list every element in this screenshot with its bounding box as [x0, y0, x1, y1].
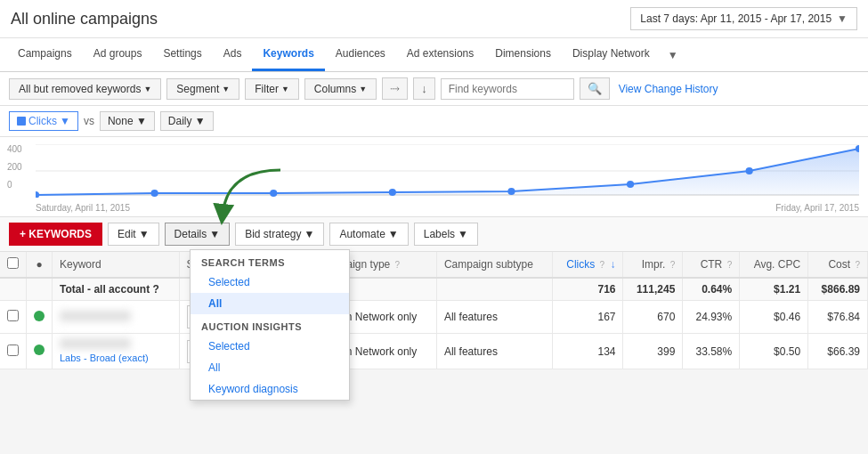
- keyword-search-input[interactable]: [441, 78, 574, 100]
- row2-campaign-link[interactable]: Labs - Broad (exact): [60, 353, 149, 363]
- total-dot-cell: [27, 278, 53, 301]
- total-label: Total - all account: [60, 283, 150, 296]
- keywords-table-container: ● Keyword Status ? Max. CPC Campaign typ…: [0, 252, 868, 369]
- auction-insights-section-title: AUCTION INSIGHTS: [191, 314, 349, 336]
- filter-keywords-button[interactable]: All but removed keywords ▼: [9, 78, 161, 100]
- automate-button[interactable]: Automate ▼: [329, 223, 408, 246]
- filter-button[interactable]: Filter ▼: [245, 78, 299, 100]
- row2-status-dot-cell: [27, 334, 53, 369]
- status-dot-header: ●: [27, 252, 53, 278]
- tab-ads[interactable]: Ads: [213, 38, 253, 71]
- chart-controls: Clicks ▼ vs None ▼ Daily ▼: [0, 106, 868, 137]
- page-title: All online campaigns: [11, 10, 158, 28]
- performance-chart: [36, 144, 859, 198]
- total-help-icon[interactable]: ?: [152, 283, 158, 296]
- campaign-subtype-column-header: Campaign subtype: [436, 252, 552, 278]
- row1-status-dot-cell: [27, 301, 53, 334]
- tab-keywords[interactable]: Keywords: [252, 38, 324, 71]
- row1-campaign-subtype-cell: All features: [436, 301, 552, 334]
- period-caret-icon: ▼: [195, 115, 206, 127]
- select-all-checkbox[interactable]: [7, 257, 19, 269]
- vs-label: vs: [84, 115, 94, 127]
- tab-settings[interactable]: Settings: [152, 38, 212, 71]
- row1-ctr-cell: 24.93%: [683, 301, 740, 334]
- filter-caret-icon: ▼: [143, 85, 151, 93]
- automate-label: Automate: [339, 228, 385, 240]
- auction-insights-all[interactable]: All: [191, 357, 349, 378]
- total-ctr-cell: 0.64%: [683, 278, 740, 301]
- row1-checkbox-cell[interactable]: [0, 301, 27, 334]
- campaign-type-help-icon[interactable]: ?: [395, 260, 401, 270]
- columns-label: Columns: [314, 83, 356, 95]
- row2-status-icon: [34, 345, 45, 355]
- tab-audiences[interactable]: Audiences: [325, 38, 396, 71]
- auction-insights-selected[interactable]: Selected: [191, 336, 349, 357]
- totals-row: Total - all account ? 716 111,245 0.64% …: [0, 278, 868, 301]
- filter-keywords-label: All but removed keywords: [19, 83, 141, 95]
- bid-strategy-button[interactable]: Bid strategy ▼: [235, 223, 324, 246]
- edit-label: Edit: [118, 228, 136, 240]
- segment-button[interactable]: Segment ▼: [166, 78, 239, 100]
- columns-button[interactable]: Columns ▼: [304, 78, 377, 100]
- tab-display-network[interactable]: Display Network: [562, 38, 661, 71]
- cost-help-icon[interactable]: ?: [855, 260, 860, 270]
- chart-toggle-button[interactable]: ⤑: [382, 77, 408, 100]
- avg-cpc-header-label: Avg. CPC: [754, 258, 800, 271]
- metric-caret-icon: ▼: [60, 115, 70, 127]
- toolbar: All but removed keywords ▼ Segment ▼ Fil…: [0, 72, 868, 106]
- metric-selector-button[interactable]: Clicks ▼: [9, 111, 78, 131]
- tab-ad-groups[interactable]: Ad groups: [83, 38, 153, 71]
- more-tabs-button[interactable]: ▼: [661, 40, 685, 70]
- row2-checkbox[interactable]: [7, 345, 19, 356]
- segment-label: Segment: [176, 83, 219, 95]
- keywords-table: ● Keyword Status ? Max. CPC Campaign typ…: [0, 252, 868, 369]
- date-range-button[interactable]: Last 7 days: Apr 11, 2015 - Apr 17, 2015…: [630, 7, 857, 30]
- svg-point-5: [151, 190, 158, 197]
- ctr-help-icon[interactable]: ?: [727, 260, 733, 270]
- clicks-column-header[interactable]: Clicks ? ↓: [552, 252, 623, 278]
- download-button[interactable]: ↓: [413, 77, 435, 100]
- labels-button[interactable]: Labels ▼: [414, 223, 478, 246]
- row1-avg-cpc-cell: $0.46: [740, 301, 808, 334]
- details-button[interactable]: Details ▼: [165, 223, 231, 246]
- row1-clicks-cell: 167: [552, 301, 623, 334]
- row2-keyword-blurred: [60, 338, 131, 349]
- chart-date-start: Saturday, April 11, 2015: [36, 203, 130, 213]
- period-selector-button[interactable]: Daily ▼: [160, 111, 214, 131]
- bid-strategy-label: Bid strategy: [245, 228, 301, 240]
- metric-color-dot: [17, 117, 26, 126]
- compare-metric-button[interactable]: None ▼: [100, 111, 155, 131]
- tab-ad-extensions[interactable]: Ad extensions: [396, 38, 484, 71]
- row2-avg-cpc-cell: $0.50: [740, 334, 808, 369]
- row1-impr-cell: 670: [623, 301, 683, 334]
- search-button[interactable]: 🔍: [580, 77, 610, 100]
- labels-label: Labels: [424, 228, 455, 240]
- total-avg-cpc-cell: $1.21: [740, 278, 808, 301]
- row1-status-icon: [34, 311, 45, 321]
- table-row: □Eligible $0.50 Search Network only All …: [0, 301, 868, 334]
- details-dropdown: SEARCH TERMS Selected All AUCTION INSIGH…: [190, 249, 350, 401]
- period-label: Daily: [168, 115, 192, 127]
- row2-checkbox-cell[interactable]: [0, 334, 27, 369]
- svg-point-6: [270, 190, 277, 197]
- clicks-help-icon[interactable]: ?: [600, 260, 605, 270]
- impr-help-icon[interactable]: ?: [670, 260, 676, 270]
- details-label: Details: [174, 228, 207, 240]
- ctr-column-header: CTR ?: [683, 252, 740, 278]
- edit-button[interactable]: Edit ▼: [108, 223, 159, 246]
- view-change-history-link[interactable]: View Change History: [619, 83, 718, 95]
- filter-label: Filter: [255, 83, 279, 95]
- keyword-diagnosis[interactable]: Keyword diagnosis: [191, 378, 349, 400]
- row1-checkbox[interactable]: [7, 310, 19, 321]
- svg-point-4: [36, 191, 39, 198]
- select-all-header[interactable]: [0, 252, 27, 278]
- search-terms-selected[interactable]: Selected: [191, 272, 349, 293]
- labels-caret-icon: ▼: [458, 228, 468, 240]
- tab-campaigns[interactable]: Campaigns: [7, 38, 83, 71]
- search-terms-all[interactable]: All: [191, 293, 349, 314]
- edit-caret-icon: ▼: [139, 228, 150, 240]
- add-keywords-button[interactable]: + KEYWORDS: [9, 223, 102, 246]
- tab-dimensions[interactable]: Dimensions: [484, 38, 562, 71]
- clicks-sort-icon: ↓: [610, 258, 615, 271]
- chart-date-end: Friday, April 17, 2015: [775, 203, 859, 213]
